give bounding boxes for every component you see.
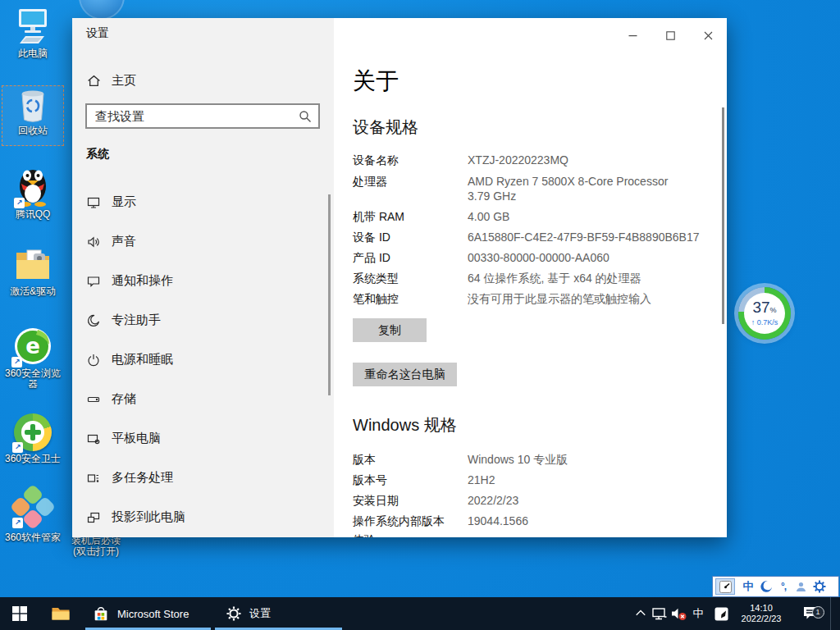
sidebar-item-multitasking[interactable]: 多任务处理 (72, 459, 334, 498)
sidebar-item-label: 电源和睡眠 (112, 352, 173, 368)
maximize-icon (666, 31, 675, 40)
settings-search-input[interactable] (87, 105, 318, 127)
desktop-icon-this-pc[interactable]: 此电脑 (2, 7, 64, 59)
sidebar-item-label: 显示 (112, 194, 136, 210)
spec-value: 00330-80000-00000-AA060 (468, 250, 609, 265)
chevron-up-icon (635, 608, 646, 619)
tray-volume-icon[interactable] (669, 597, 689, 630)
sound-icon (87, 235, 100, 249)
desktop-icon-label: 360安全浏览器 (2, 368, 64, 390)
rename-pc-button[interactable]: 重命名这台电脑 (353, 363, 457, 386)
spec-value: 21H2 (468, 472, 495, 487)
desktop-icon-tencent-qq[interactable]: ↗ 腾讯QQ (2, 164, 64, 220)
copy-button[interactable]: 复制 (353, 318, 427, 342)
desktop-icon-360-browser[interactable]: e ↗ 360安全浏览器 (2, 326, 64, 390)
action-center-button[interactable]: 1 (797, 597, 825, 630)
desktop-icon-label: 此电脑 (2, 48, 64, 59)
taskbar-microsoft-store[interactable]: Microsoft Store (85, 597, 211, 630)
notification-badge: 1 (812, 606, 824, 619)
sidebar-item-projecting[interactable]: 投影到此电脑 (72, 498, 334, 537)
taskbar-settings[interactable]: 设置 (215, 597, 342, 630)
svg-text:e: e (25, 334, 40, 358)
360-browser-icon: e ↗ (13, 326, 52, 366)
sidebar-item-focus-assist[interactable]: 专注助手 (72, 301, 334, 340)
spec-value: 4.00 GB (468, 209, 509, 224)
windows-spec-heading: Windows 规格 (353, 414, 457, 436)
page-title: 关于 (353, 66, 399, 97)
spec-label: 设备 ID (353, 230, 468, 244)
sidebar-item-tablet[interactable]: 平板电脑 (72, 419, 334, 459)
person-icon (795, 581, 807, 593)
spec-label: 安装日期 (353, 493, 468, 508)
360-safe-icon: ↗ (14, 413, 52, 451)
taskbar-clock[interactable]: 14:10 2022/2/23 (737, 597, 786, 630)
sidebar-item-sound[interactable]: 声音 (72, 222, 334, 262)
spec-label: 体验 (353, 532, 468, 537)
start-button[interactable] (3, 597, 36, 630)
search-icon (299, 110, 312, 123)
tray-ime-mode[interactable]: 中 (690, 597, 706, 630)
ime-punctuation-button[interactable]: °, (776, 578, 791, 595)
spec-value: XTZJ-20220223MQ (468, 153, 568, 167)
360-software-icon: ↗ (14, 489, 52, 530)
tray-ime-indicator[interactable] (710, 597, 732, 630)
sidebar-item-power-sleep[interactable]: 电源和睡眠 (72, 340, 334, 380)
network-icon (652, 607, 667, 621)
desktop-icon-recycle-bin[interactable]: 回收站 (2, 89, 64, 136)
hidden-desktop-icon (79, 0, 125, 20)
sidebar-item-label: 专注助手 (112, 313, 161, 328)
sidebar-item-storage[interactable]: 存储 (72, 380, 334, 419)
spec-row: 操作系统内部版本19044.1566 (353, 514, 528, 528)
settings-main: 关于 设备规格 设备名称XTZJ-20220223MQ 处理器AMD Ryzen… (334, 18, 727, 537)
desktop-icon-activation-drivers[interactable]: 激活&驱动 (2, 246, 64, 297)
minimize-button[interactable] (614, 23, 651, 48)
moon-icon (760, 580, 773, 593)
close-button[interactable] (689, 23, 727, 48)
spec-label: 设备名称 (353, 153, 468, 167)
spec-value: 6A15880F-C4E2-47F9-BF59-F4B8890B6B17 (468, 230, 700, 244)
window-title: 设置 (86, 26, 109, 41)
desktop-icon-label: 装机后必读(双击打开) (67, 536, 125, 557)
sidebar-item-notifications[interactable]: 通知和操作 (72, 262, 334, 301)
file-explorer-button[interactable] (44, 597, 77, 630)
sidebar-item-display[interactable]: 显示 (72, 183, 334, 222)
taskbar-settings-label: 设置 (249, 606, 271, 621)
sidebar-home-label: 主页 (112, 73, 136, 89)
spec-value: 64 位操作系统, 基于 x64 的处理器 (468, 271, 641, 285)
sidebar-scrollbar[interactable] (328, 194, 331, 395)
spec-value: Windows 10 专业版 (468, 452, 568, 467)
sidebar-section-label: 系统 (86, 147, 109, 162)
settings-window: 设置 主页 系统 显示 (72, 18, 727, 537)
sidebar-item-label: 平板电脑 (112, 431, 161, 446)
main-scrollbar[interactable] (722, 107, 724, 324)
tray-network-icon[interactable] (650, 597, 669, 630)
ime-person-button[interactable] (792, 578, 809, 595)
sidebar-item-label: 投影到此电脑 (112, 509, 185, 525)
maximize-button[interactable] (651, 23, 689, 48)
sidebar-item-label: 声音 (112, 234, 136, 249)
ime-gauge-icon (719, 581, 732, 593)
show-desktop-divider[interactable] (830, 597, 831, 630)
ime-language-button[interactable]: 中 (740, 578, 756, 595)
spec-label: 版本 (353, 452, 468, 467)
speed-widget[interactable]: 37% ↑ 0.7K/s (738, 287, 791, 340)
desktop-icon-360-safe[interactable]: ↗ 360安全卫士 (2, 413, 64, 464)
device-spec-heading: 设备规格 (353, 116, 418, 139)
display-icon (87, 196, 100, 209)
sidebar-item-home[interactable]: 主页 (72, 67, 334, 95)
desktop: 此电脑 回收站 ↗ (0, 0, 840, 630)
spec-row-clipped: 体验 (353, 532, 468, 537)
ime-gauge-icon (714, 607, 728, 621)
spec-label: 操作系统内部版本 (353, 514, 468, 528)
desktop-icon-360-software[interactable]: ↗ 360软件管家 (2, 489, 64, 543)
ime-toolbar: 中 °, (712, 576, 839, 597)
ime-settings-button[interactable] (810, 578, 829, 595)
spec-value: 2022/2/23 (468, 493, 518, 508)
tray-overflow-button[interactable] (632, 597, 650, 630)
spec-row: 安装日期2022/2/23 (353, 493, 518, 508)
spec-row: 机带 RAM4.00 GB (353, 209, 509, 224)
home-icon (87, 74, 101, 88)
ime-fullwidth-button[interactable] (758, 578, 774, 595)
ime-mode-button[interactable] (715, 578, 735, 595)
spec-row: 处理器AMD Ryzen 7 5800X 8-Core Processor3.7… (353, 174, 668, 203)
